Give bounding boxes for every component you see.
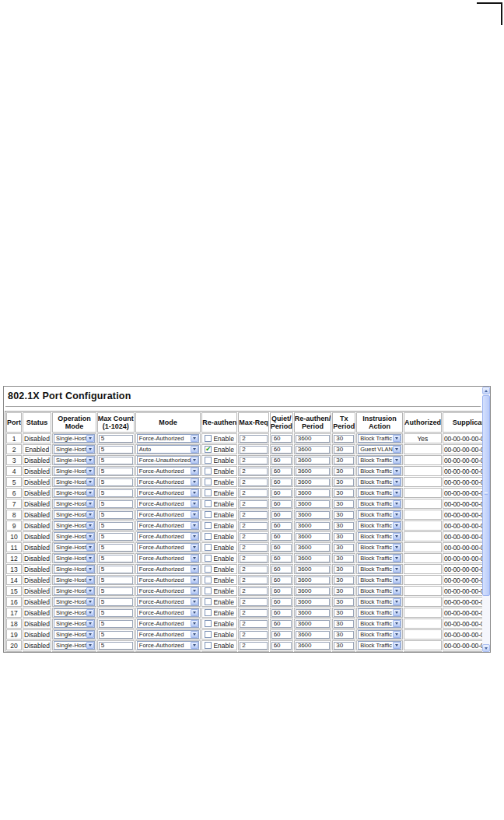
- reauthen-checkbox[interactable]: [205, 500, 212, 507]
- intrusion-action-select[interactable]: Guest VLAN: [358, 445, 401, 454]
- reauthen-checkbox[interactable]: [205, 533, 212, 540]
- quiet-period-input[interactable]: [271, 489, 292, 497]
- dropdown-arrow-icon[interactable]: [86, 631, 94, 638]
- tx-period-input[interactable]: [334, 489, 354, 497]
- reauthen-checkbox[interactable]: [205, 489, 212, 496]
- max-req-input[interactable]: [240, 609, 268, 617]
- max-count-input[interactable]: [99, 435, 133, 443]
- intrusion-action-select[interactable]: Block Traffic: [358, 597, 401, 606]
- tx-period-input[interactable]: [334, 511, 354, 519]
- quiet-period-input[interactable]: [271, 522, 292, 530]
- reauthen-period-input[interactable]: [296, 555, 331, 562]
- reauthen-period-input[interactable]: [296, 533, 331, 541]
- reauthen-checkbox[interactable]: [205, 478, 212, 485]
- max-req-input[interactable]: [240, 457, 268, 464]
- max-req-input[interactable]: [240, 446, 268, 454]
- reauthen-checkbox[interactable]: [205, 609, 212, 616]
- dropdown-arrow-icon[interactable]: [191, 642, 198, 649]
- dropdown-arrow-icon[interactable]: [86, 598, 94, 605]
- reauthen-period-input[interactable]: [296, 631, 331, 639]
- dropdown-arrow-icon[interactable]: [86, 468, 94, 475]
- tx-period-input[interactable]: [334, 620, 354, 628]
- intrusion-action-select[interactable]: Block Traffic: [358, 489, 401, 497]
- tx-period-input[interactable]: [334, 642, 354, 650]
- intrusion-action-select[interactable]: Block Traffic: [358, 630, 401, 639]
- tx-period-input[interactable]: [334, 500, 354, 508]
- intrusion-action-select[interactable]: Block Traffic: [358, 532, 401, 541]
- dropdown-arrow-icon[interactable]: [393, 435, 401, 442]
- dropdown-arrow-icon[interactable]: [191, 468, 198, 475]
- intrusion-action-select[interactable]: Block Traffic: [358, 456, 401, 464]
- intrusion-action-select[interactable]: Block Traffic: [358, 478, 401, 486]
- dropdown-arrow-icon[interactable]: [86, 446, 94, 453]
- operation-mode-select[interactable]: Single-Host: [54, 565, 95, 573]
- dropdown-arrow-icon[interactable]: [393, 544, 401, 551]
- reauthen-period-input[interactable]: [296, 446, 331, 454]
- dropdown-arrow-icon[interactable]: [86, 587, 94, 594]
- reauthen-period-input[interactable]: [296, 478, 331, 486]
- mode-select[interactable]: Force-Authorized: [137, 576, 199, 584]
- dropdown-arrow-icon[interactable]: [191, 544, 198, 551]
- intrusion-action-select[interactable]: Block Traffic: [358, 576, 401, 584]
- tx-period-input[interactable]: [334, 457, 354, 464]
- mode-select[interactable]: Force-Authorized: [137, 499, 199, 508]
- max-req-input[interactable]: [240, 576, 268, 584]
- max-count-input[interactable]: [99, 533, 133, 541]
- quiet-period-input[interactable]: [271, 478, 292, 486]
- mode-select[interactable]: Force-Authorized: [137, 587, 199, 595]
- intrusion-action-select[interactable]: Block Traffic: [358, 641, 401, 650]
- operation-mode-select[interactable]: Single-Host: [54, 576, 95, 584]
- quiet-period-input[interactable]: [271, 544, 292, 552]
- dropdown-arrow-icon[interactable]: [393, 555, 401, 562]
- mode-select[interactable]: Force-Authorized: [137, 608, 199, 617]
- quiet-period-input[interactable]: [271, 457, 292, 464]
- reauthen-period-input[interactable]: [296, 587, 331, 595]
- operation-mode-select[interactable]: Single-Host: [54, 608, 95, 617]
- reauthen-checkbox[interactable]: [205, 446, 212, 453]
- quiet-period-input[interactable]: [271, 609, 292, 617]
- dropdown-arrow-icon[interactable]: [191, 566, 198, 573]
- quiet-period-input[interactable]: [271, 653, 292, 654]
- mode-select[interactable]: Force-Authorized: [137, 543, 199, 552]
- dropdown-arrow-icon[interactable]: [393, 566, 401, 573]
- max-count-input[interactable]: [99, 489, 133, 497]
- dropdown-arrow-icon[interactable]: [86, 576, 94, 583]
- max-count-input[interactable]: [99, 609, 133, 617]
- dropdown-arrow-icon[interactable]: [86, 544, 94, 551]
- dropdown-arrow-icon[interactable]: [393, 500, 401, 507]
- dropdown-arrow-icon[interactable]: [86, 478, 94, 485]
- reauthen-checkbox[interactable]: [205, 468, 212, 475]
- dropdown-arrow-icon[interactable]: [393, 598, 401, 605]
- dropdown-arrow-icon[interactable]: [191, 489, 198, 496]
- mode-select[interactable]: Force-Authorized: [137, 434, 199, 443]
- max-req-input[interactable]: [240, 511, 268, 519]
- mode-select[interactable]: Force-Authorized: [137, 565, 199, 573]
- quiet-period-input[interactable]: [271, 435, 292, 443]
- intrusion-action-select[interactable]: Block Traffic: [358, 434, 401, 443]
- reauthen-period-input[interactable]: [296, 609, 331, 617]
- dropdown-arrow-icon[interactable]: [393, 533, 401, 540]
- operation-mode-select[interactable]: Single-Host: [54, 510, 95, 519]
- dropdown-arrow-icon[interactable]: [191, 478, 198, 485]
- operation-mode-select[interactable]: Single-Host: [54, 532, 95, 541]
- max-count-input[interactable]: [99, 576, 133, 584]
- dropdown-arrow-icon[interactable]: [393, 478, 401, 485]
- tx-period-input[interactable]: [334, 522, 354, 530]
- mode-select[interactable]: Force-Authorized: [137, 467, 199, 475]
- quiet-period-input[interactable]: [271, 566, 292, 573]
- dropdown-arrow-icon[interactable]: [191, 522, 198, 529]
- dropdown-arrow-icon[interactable]: [191, 533, 198, 540]
- max-count-input[interactable]: [99, 544, 133, 552]
- reauthen-period-input[interactable]: [296, 598, 331, 606]
- operation-mode-select[interactable]: Single-Host: [54, 499, 95, 508]
- mode-select[interactable]: Force-Authorized: [137, 478, 199, 486]
- reauthen-period-input[interactable]: [296, 653, 331, 654]
- intrusion-action-select[interactable]: Block Traffic: [358, 565, 401, 573]
- max-count-input[interactable]: [99, 598, 133, 606]
- intrusion-action-select[interactable]: Block Traffic: [358, 543, 401, 552]
- max-count-input[interactable]: [99, 500, 133, 508]
- dropdown-arrow-icon[interactable]: [393, 522, 401, 529]
- mode-select[interactable]: Force-Authorized: [137, 510, 199, 519]
- reauthen-period-input[interactable]: [296, 511, 331, 519]
- quiet-period-input[interactable]: [271, 642, 292, 650]
